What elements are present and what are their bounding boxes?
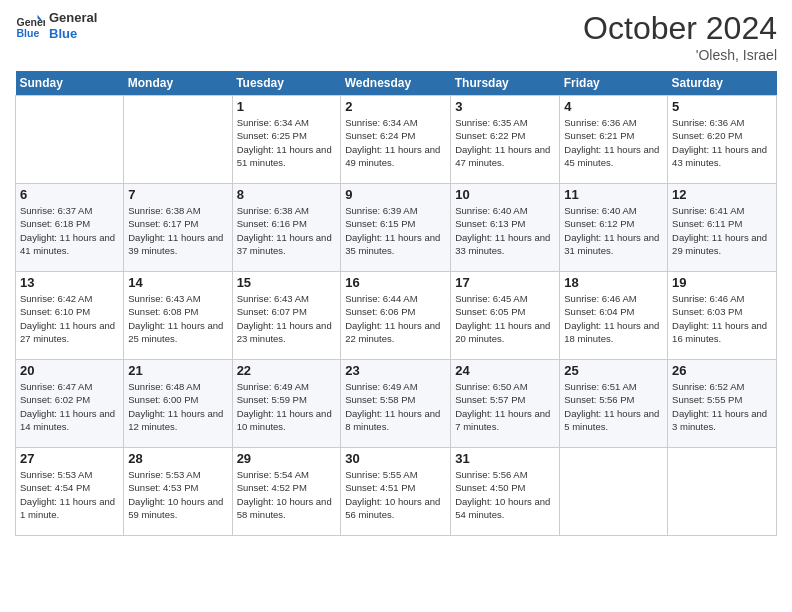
month-title: October 2024	[583, 10, 777, 47]
calendar-cell: 10Sunrise: 6:40 AM Sunset: 6:13 PM Dayli…	[451, 184, 560, 272]
day-detail: Sunrise: 6:52 AM Sunset: 5:55 PM Dayligh…	[672, 380, 772, 433]
day-number: 18	[564, 275, 663, 290]
day-detail: Sunrise: 6:44 AM Sunset: 6:06 PM Dayligh…	[345, 292, 446, 345]
calendar-cell: 11Sunrise: 6:40 AM Sunset: 6:12 PM Dayli…	[560, 184, 668, 272]
day-detail: Sunrise: 6:42 AM Sunset: 6:10 PM Dayligh…	[20, 292, 119, 345]
day-number: 8	[237, 187, 337, 202]
day-number: 15	[237, 275, 337, 290]
calendar-cell: 13Sunrise: 6:42 AM Sunset: 6:10 PM Dayli…	[16, 272, 124, 360]
day-detail: Sunrise: 6:34 AM Sunset: 6:24 PM Dayligh…	[345, 116, 446, 169]
calendar-cell: 30Sunrise: 5:55 AM Sunset: 4:51 PM Dayli…	[341, 448, 451, 536]
calendar-cell: 27Sunrise: 5:53 AM Sunset: 4:54 PM Dayli…	[16, 448, 124, 536]
calendar-cell: 12Sunrise: 6:41 AM Sunset: 6:11 PM Dayli…	[668, 184, 777, 272]
logo: General Blue General Blue	[15, 10, 97, 41]
day-number: 14	[128, 275, 227, 290]
calendar-cell: 25Sunrise: 6:51 AM Sunset: 5:56 PM Dayli…	[560, 360, 668, 448]
calendar-cell: 9Sunrise: 6:39 AM Sunset: 6:15 PM Daylig…	[341, 184, 451, 272]
day-number: 6	[20, 187, 119, 202]
calendar-table: SundayMondayTuesdayWednesdayThursdayFrid…	[15, 71, 777, 536]
calendar-day-header: Friday	[560, 71, 668, 96]
day-number: 16	[345, 275, 446, 290]
day-number: 13	[20, 275, 119, 290]
day-detail: Sunrise: 6:36 AM Sunset: 6:21 PM Dayligh…	[564, 116, 663, 169]
title-block: October 2024 'Olesh, Israel	[583, 10, 777, 63]
day-detail: Sunrise: 5:56 AM Sunset: 4:50 PM Dayligh…	[455, 468, 555, 521]
day-number: 24	[455, 363, 555, 378]
day-detail: Sunrise: 5:53 AM Sunset: 4:53 PM Dayligh…	[128, 468, 227, 521]
day-number: 7	[128, 187, 227, 202]
day-number: 1	[237, 99, 337, 114]
day-number: 12	[672, 187, 772, 202]
day-number: 31	[455, 451, 555, 466]
day-number: 25	[564, 363, 663, 378]
calendar-cell: 31Sunrise: 5:56 AM Sunset: 4:50 PM Dayli…	[451, 448, 560, 536]
calendar-day-header: Sunday	[16, 71, 124, 96]
calendar-cell: 22Sunrise: 6:49 AM Sunset: 5:59 PM Dayli…	[232, 360, 341, 448]
day-detail: Sunrise: 6:40 AM Sunset: 6:13 PM Dayligh…	[455, 204, 555, 257]
day-number: 21	[128, 363, 227, 378]
day-number: 28	[128, 451, 227, 466]
calendar-week-row: 13Sunrise: 6:42 AM Sunset: 6:10 PM Dayli…	[16, 272, 777, 360]
calendar-cell	[124, 96, 232, 184]
day-detail: Sunrise: 6:51 AM Sunset: 5:56 PM Dayligh…	[564, 380, 663, 433]
calendar-day-header: Tuesday	[232, 71, 341, 96]
calendar-cell: 3Sunrise: 6:35 AM Sunset: 6:22 PM Daylig…	[451, 96, 560, 184]
calendar-cell: 8Sunrise: 6:38 AM Sunset: 6:16 PM Daylig…	[232, 184, 341, 272]
day-number: 22	[237, 363, 337, 378]
day-number: 19	[672, 275, 772, 290]
calendar-cell: 5Sunrise: 6:36 AM Sunset: 6:20 PM Daylig…	[668, 96, 777, 184]
day-number: 30	[345, 451, 446, 466]
day-detail: Sunrise: 6:43 AM Sunset: 6:08 PM Dayligh…	[128, 292, 227, 345]
day-number: 10	[455, 187, 555, 202]
svg-text:Blue: Blue	[17, 26, 40, 38]
location: 'Olesh, Israel	[583, 47, 777, 63]
calendar-day-header: Wednesday	[341, 71, 451, 96]
calendar-day-header: Monday	[124, 71, 232, 96]
day-detail: Sunrise: 6:40 AM Sunset: 6:12 PM Dayligh…	[564, 204, 663, 257]
calendar-cell: 1Sunrise: 6:34 AM Sunset: 6:25 PM Daylig…	[232, 96, 341, 184]
day-number: 17	[455, 275, 555, 290]
calendar-cell: 17Sunrise: 6:45 AM Sunset: 6:05 PM Dayli…	[451, 272, 560, 360]
day-number: 29	[237, 451, 337, 466]
day-number: 27	[20, 451, 119, 466]
calendar-cell: 28Sunrise: 5:53 AM Sunset: 4:53 PM Dayli…	[124, 448, 232, 536]
day-number: 11	[564, 187, 663, 202]
day-detail: Sunrise: 5:54 AM Sunset: 4:52 PM Dayligh…	[237, 468, 337, 521]
calendar-cell: 20Sunrise: 6:47 AM Sunset: 6:02 PM Dayli…	[16, 360, 124, 448]
day-number: 3	[455, 99, 555, 114]
day-detail: Sunrise: 6:41 AM Sunset: 6:11 PM Dayligh…	[672, 204, 772, 257]
calendar-week-row: 20Sunrise: 6:47 AM Sunset: 6:02 PM Dayli…	[16, 360, 777, 448]
day-detail: Sunrise: 6:50 AM Sunset: 5:57 PM Dayligh…	[455, 380, 555, 433]
day-detail: Sunrise: 6:43 AM Sunset: 6:07 PM Dayligh…	[237, 292, 337, 345]
day-number: 9	[345, 187, 446, 202]
day-detail: Sunrise: 6:39 AM Sunset: 6:15 PM Dayligh…	[345, 204, 446, 257]
calendar-week-row: 1Sunrise: 6:34 AM Sunset: 6:25 PM Daylig…	[16, 96, 777, 184]
day-number: 2	[345, 99, 446, 114]
logo-icon: General Blue	[15, 11, 45, 41]
day-detail: Sunrise: 6:38 AM Sunset: 6:17 PM Dayligh…	[128, 204, 227, 257]
calendar-cell: 15Sunrise: 6:43 AM Sunset: 6:07 PM Dayli…	[232, 272, 341, 360]
calendar-cell: 6Sunrise: 6:37 AM Sunset: 6:18 PM Daylig…	[16, 184, 124, 272]
calendar-cell: 21Sunrise: 6:48 AM Sunset: 6:00 PM Dayli…	[124, 360, 232, 448]
day-number: 23	[345, 363, 446, 378]
logo-text-general: General	[49, 10, 97, 26]
calendar-day-header: Thursday	[451, 71, 560, 96]
calendar-cell: 29Sunrise: 5:54 AM Sunset: 4:52 PM Dayli…	[232, 448, 341, 536]
calendar-day-header: Saturday	[668, 71, 777, 96]
header: General Blue General Blue October 2024 '…	[15, 10, 777, 63]
day-detail: Sunrise: 6:36 AM Sunset: 6:20 PM Dayligh…	[672, 116, 772, 169]
calendar-cell: 26Sunrise: 6:52 AM Sunset: 5:55 PM Dayli…	[668, 360, 777, 448]
day-number: 4	[564, 99, 663, 114]
calendar-week-row: 6Sunrise: 6:37 AM Sunset: 6:18 PM Daylig…	[16, 184, 777, 272]
day-detail: Sunrise: 6:48 AM Sunset: 6:00 PM Dayligh…	[128, 380, 227, 433]
calendar-cell	[16, 96, 124, 184]
day-number: 26	[672, 363, 772, 378]
calendar-cell: 19Sunrise: 6:46 AM Sunset: 6:03 PM Dayli…	[668, 272, 777, 360]
day-detail: Sunrise: 6:34 AM Sunset: 6:25 PM Dayligh…	[237, 116, 337, 169]
calendar-week-row: 27Sunrise: 5:53 AM Sunset: 4:54 PM Dayli…	[16, 448, 777, 536]
day-detail: Sunrise: 6:35 AM Sunset: 6:22 PM Dayligh…	[455, 116, 555, 169]
calendar-cell: 2Sunrise: 6:34 AM Sunset: 6:24 PM Daylig…	[341, 96, 451, 184]
day-detail: Sunrise: 6:37 AM Sunset: 6:18 PM Dayligh…	[20, 204, 119, 257]
day-detail: Sunrise: 5:53 AM Sunset: 4:54 PM Dayligh…	[20, 468, 119, 521]
calendar-cell	[560, 448, 668, 536]
